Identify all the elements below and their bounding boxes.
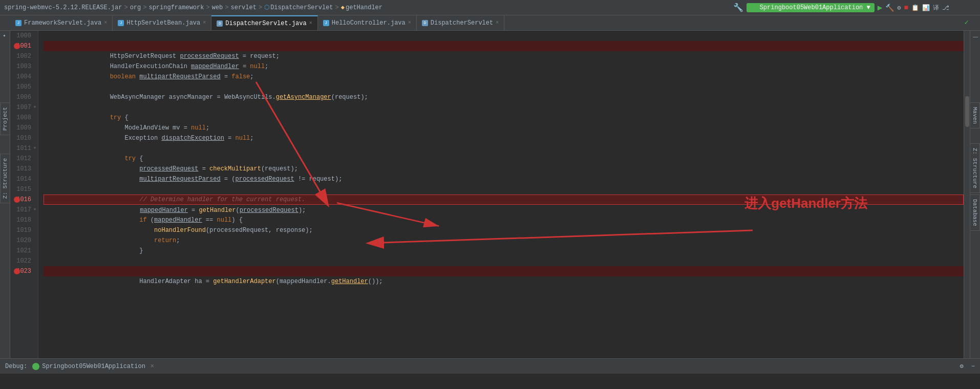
tab-label-1: HttpServletBean.java — [126, 19, 200, 27]
breadcrumb-org[interactable]: org — [130, 4, 141, 11]
line-num-1020: 1020 — [13, 235, 35, 246]
code-line-1011: try { — [44, 143, 964, 154]
scrollbar-thumb[interactable] — [965, 96, 969, 127]
line-num-1015: 1015 — [13, 184, 35, 194]
line-num-1008: 1008 — [13, 113, 35, 123]
checkmark-icon: ✓ — [965, 18, 969, 27]
tab-label-4: DispatcherServlet — [431, 19, 493, 27]
fold-1011[interactable]: ▾ — [33, 143, 36, 154]
tab-close-0[interactable]: × — [104, 20, 107, 26]
line-num-1010: 1010 — [13, 133, 35, 143]
code-line-1009: Exception dispatchException = null; — [44, 123, 964, 133]
line-num-1019: 1019 — [13, 225, 35, 235]
breadcrumb-springframework[interactable]: springframework — [148, 4, 204, 11]
stop-button[interactable]: ■ — [904, 4, 908, 12]
coverage-button[interactable]: 📋 — [911, 4, 919, 12]
code-line-1010 — [44, 133, 964, 143]
play-button[interactable]: ▶ — [878, 3, 883, 13]
debug-app-icon — [32, 363, 39, 370]
app-selector[interactable]: Springboot05Web01Application ▼ — [747, 3, 874, 12]
code-line-1008: ModelAndView mv = null; — [44, 113, 964, 123]
breadcrumb-web[interactable]: web — [212, 4, 223, 11]
tab-label-0: FrameworkServlet.java — [24, 19, 101, 27]
code-line-1023: HandlerAdapter ha = getHandlerAdapter(ma… — [44, 266, 964, 276]
sidebar-project-tab[interactable]: Project — [0, 102, 10, 135]
sidebar-zstructure-tab[interactable]: Z: Structure — [0, 154, 10, 203]
tab-hellocontroller[interactable]: J HelloController.java × — [318, 15, 417, 30]
debug-minimize-button[interactable]: − — [971, 363, 975, 370]
tab-close-2[interactable]: × — [309, 20, 312, 26]
app-icon — [751, 4, 756, 9]
app-name[interactable]: Springboot05Web01Application — [760, 4, 863, 11]
tab-frameworkservlet[interactable]: J FrameworkServlet.java × — [10, 15, 113, 30]
code-line-1003: boolean multipartRequestParsed = false; — [44, 61, 964, 72]
sidebar-maven-tab[interactable]: Maven — [970, 102, 980, 128]
line-num-1018: 1018 — [13, 215, 35, 225]
line-num-1013: 1013 — [13, 164, 35, 174]
editor[interactable]: 1000 1001 1002 1003 1004 1005 1006 ▾ 100… — [10, 31, 970, 358]
debug-close-button[interactable]: × — [151, 363, 154, 370]
run-icon[interactable]: 🔧 — [733, 3, 743, 13]
code-line-1017: if (mappedHandler == null) { — [44, 205, 964, 215]
breadcrumb-jar[interactable]: spring-webmvc-5.2.12.RELEASE.jar — [4, 4, 122, 11]
line-num-1004: 1004 — [13, 72, 35, 82]
main-area: ✦ 1000 1001 1002 1003 1004 1005 1006 ▾ — [0, 31, 980, 358]
line-num-1001: 1001 — [13, 41, 35, 51]
code-line-1015: // Determine handler for the current req… — [44, 184, 964, 194]
breadcrumb-dispatcher[interactable]: DispatcherServlet — [270, 4, 333, 11]
code-line-1007: try { — [44, 102, 964, 113]
breadcrumb-servlet[interactable]: servlet — [231, 4, 257, 11]
scrollbar[interactable] — [964, 31, 970, 358]
fold-1017[interactable]: ▾ — [33, 205, 36, 215]
code-line-1018: noHandlerFound(processedRequest, respons… — [44, 215, 964, 225]
code-line-1006 — [44, 92, 964, 102]
build-button[interactable]: 🔨 — [885, 4, 894, 12]
sidebar-structure-tab[interactable]: Z: Structure — [970, 143, 980, 193]
sidebar-database-tab[interactable]: Database — [970, 194, 980, 231]
breakpoint-1001 — [14, 43, 20, 49]
line-num-1011: ▾ 1011 — [13, 143, 35, 154]
line-num-1000: 1000 — [13, 31, 35, 41]
breadcrumb-sep-4: > — [259, 4, 262, 11]
tab-label-3: HelloController.java — [332, 19, 406, 27]
tab-httpservletbean[interactable]: J HttpServletBean.java × — [113, 15, 211, 30]
line-num-1022: 1022 — [13, 256, 35, 266]
code-line-1001: HttpServletRequest processedRequest = re… — [44, 41, 964, 51]
debug-label: Debug: — [5, 363, 27, 370]
dropdown-icon: ▼ — [867, 4, 870, 11]
breadcrumb-gethandler[interactable]: getHandler — [346, 4, 382, 11]
tab-dispatcherservlet-java[interactable]: D DispatcherServlet.java × — [211, 15, 317, 30]
debug-app-info: Springboot05Web01Application × — [32, 363, 154, 370]
tab-label-2: DispatcherServlet.java — [225, 20, 306, 27]
top-toolbar: 🔧 Springboot05Web01Application ▼ ▶ 🔨 ⚙ ■… — [733, 0, 949, 15]
tab-close-3[interactable]: × — [408, 20, 411, 26]
code-line-1021 — [44, 246, 964, 256]
settings-icon[interactable]: ⚙ — [897, 4, 901, 12]
line-num-1012: 1012 — [13, 154, 35, 164]
tab-dispatcherservlet[interactable]: D DispatcherServlet × — [417, 15, 504, 30]
tab-close-1[interactable]: × — [203, 20, 206, 26]
right-sidebar-scrollbar[interactable]: │ — [973, 36, 978, 38]
code-line-1014 — [44, 174, 964, 184]
code-line-1012: processedRequest = checkMultipart(reques… — [44, 154, 964, 164]
fold-1007[interactable]: ▾ — [33, 102, 36, 113]
debug-settings-button[interactable]: ⚙ — [960, 362, 964, 370]
code-line-1020: } — [44, 235, 964, 246]
line-num-1002: 1002 — [13, 51, 35, 61]
code-line-1016: mappedHandler = getHandler(processedRequ… — [44, 194, 964, 205]
breakpoint-1016 — [14, 197, 20, 203]
profiler-button[interactable]: 📊 — [922, 4, 930, 12]
breadcrumb-sep-2: > — [206, 4, 209, 11]
translate-button[interactable]: 译 — [933, 4, 939, 12]
line-num-1017: ▾ 1017 — [13, 205, 35, 215]
code-line-1002: HandlerExecutionChain mappedHandler = nu… — [44, 51, 964, 61]
line-num-1006: 1006 — [13, 92, 35, 102]
breadcrumb-sep-5: > — [335, 4, 339, 11]
line-num-1016: 1016 — [13, 194, 35, 205]
debug-app-name[interactable]: Springboot05Web01Application — [42, 363, 145, 370]
tab-icon-4: D — [422, 20, 428, 26]
tab-close-4[interactable]: × — [496, 20, 499, 26]
dispatcher-icon: ⬡ — [264, 4, 269, 11]
git-button[interactable]: ⎇ — [942, 4, 949, 12]
line-numbers: 1000 1001 1002 1003 1004 1005 1006 ▾ 100… — [10, 31, 38, 358]
